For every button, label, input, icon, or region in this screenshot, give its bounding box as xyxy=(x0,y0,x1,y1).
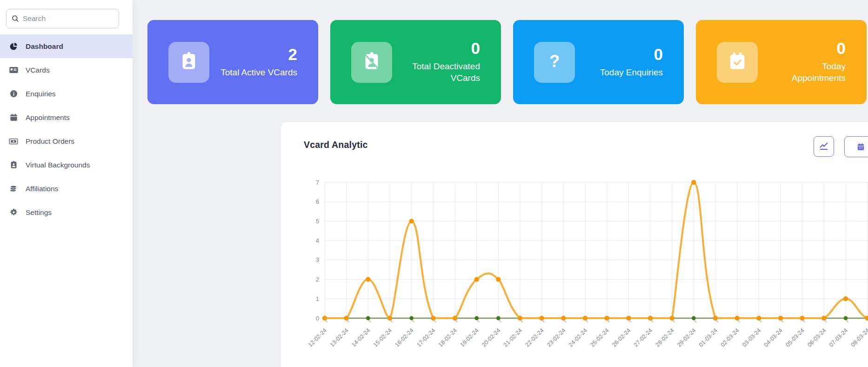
x-axis-label: 01-03-24 xyxy=(698,327,719,348)
x-axis-label: 02-03-24 xyxy=(720,327,741,348)
data-point-orange xyxy=(691,180,696,185)
stat-card-label: Today Appointments xyxy=(792,61,846,84)
analytics-panel: Vcard Analytic Feb 12, 202 xyxy=(280,122,868,367)
x-axis-label: 15-02-24 xyxy=(372,327,393,348)
data-point-orange xyxy=(539,316,544,320)
pie-chart-icon xyxy=(8,42,19,51)
id-card-icon xyxy=(8,65,19,75)
data-point-orange xyxy=(843,296,848,301)
x-axis-label: 12-02-24 xyxy=(307,327,328,348)
stat-card: 0Today Appointments xyxy=(696,20,867,104)
stat-card: 2Total Active VCards xyxy=(147,20,318,104)
x-axis-label: 04-03-24 xyxy=(763,327,784,348)
data-point-orange xyxy=(496,277,501,281)
data-point-orange xyxy=(431,316,435,320)
series-line-orange xyxy=(325,182,868,318)
sidebar-item-virtual-backgrounds[interactable]: Virtual Backgrounds xyxy=(0,153,133,177)
x-axis-label: 17-02-24 xyxy=(415,327,436,348)
stat-card: 0Total Deactivated VCards xyxy=(330,20,501,104)
data-point-orange xyxy=(474,277,479,281)
data-point-orange xyxy=(778,316,783,320)
info-circle-icon xyxy=(8,89,19,98)
calendar-icon xyxy=(856,142,865,151)
x-axis-label: 27-02-24 xyxy=(633,327,654,348)
y-axis-label: 3 xyxy=(316,256,319,263)
stat-card-value: 0 xyxy=(412,40,480,56)
data-point-orange xyxy=(821,316,826,320)
stat-card-value: 2 xyxy=(220,46,297,62)
stat-card-value: 0 xyxy=(792,40,846,56)
line-chart: 0123456712-02-2413-02-2414-02-2415-02-24… xyxy=(304,174,868,367)
data-point-green xyxy=(844,316,848,320)
stat-card-label: Today Enquiries xyxy=(600,67,663,79)
data-point-orange xyxy=(561,316,566,320)
sidebar: DashboardVCardsEnquiriesAppointmentsProd… xyxy=(0,0,133,367)
search-icon xyxy=(11,14,20,23)
stat-card-value: 0 xyxy=(600,46,663,62)
x-axis-label: 08-03-24 xyxy=(850,327,868,348)
y-axis-label: 2 xyxy=(316,276,319,283)
data-point-green xyxy=(496,316,501,320)
date-range-button[interactable]: Feb 12, 2024 - Mar 13, 2024 xyxy=(844,136,868,157)
data-point-orange xyxy=(669,316,674,320)
data-point-green xyxy=(474,316,479,320)
data-point-orange xyxy=(453,316,457,320)
coins-icon xyxy=(8,184,19,194)
data-point-orange xyxy=(344,316,348,320)
line-chart-icon xyxy=(818,141,829,152)
x-axis-label: 26-02-24 xyxy=(611,327,632,348)
data-point-orange xyxy=(713,316,718,320)
x-axis-label: 07-03-24 xyxy=(828,327,849,348)
sidebar-item-label: Virtual Backgrounds xyxy=(26,161,90,169)
sidebar-item-vcards[interactable]: VCards xyxy=(0,58,133,82)
sidebar-item-label: Dashboard xyxy=(26,42,63,51)
x-axis-label: 23-02-24 xyxy=(546,327,567,348)
data-point-orange xyxy=(583,316,588,320)
sidebar-item-label: Enquiries xyxy=(26,90,56,98)
x-axis-label: 05-03-24 xyxy=(785,327,806,348)
svg-text:?: ? xyxy=(549,52,560,71)
data-point-orange xyxy=(366,277,370,281)
sidebar-item-settings[interactable]: Settings xyxy=(0,200,133,224)
x-axis-label: 21-02-24 xyxy=(502,327,523,348)
calendar-check-icon xyxy=(727,51,748,74)
x-axis-label: 13-02-24 xyxy=(329,327,350,348)
y-axis-label: 5 xyxy=(316,218,319,225)
sidebar-item-product-orders[interactable]: Product Orders xyxy=(0,129,133,153)
id-badge-slash-icon xyxy=(361,51,382,74)
stat-card-label: Total Active VCards xyxy=(220,67,297,79)
data-point-orange xyxy=(626,316,631,320)
sidebar-item-affiliations[interactable]: Affiliations xyxy=(0,177,133,200)
chart-type-button[interactable] xyxy=(814,136,834,157)
sidebar-item-enquiries[interactable]: Enquiries xyxy=(0,82,133,106)
data-point-orange xyxy=(518,316,522,320)
data-point-orange xyxy=(409,219,414,223)
data-point-orange xyxy=(387,316,392,320)
x-axis-label: 19-02-24 xyxy=(459,327,480,348)
search-box[interactable] xyxy=(6,9,119,28)
x-axis-label: 18-02-24 xyxy=(437,327,458,348)
cash-icon xyxy=(8,136,19,147)
data-point-orange xyxy=(756,316,761,320)
stat-card-icon-tile: ? xyxy=(534,42,575,83)
sidebar-item-label: Settings xyxy=(26,208,52,217)
chart-svg: 0123456712-02-2413-02-2414-02-2415-02-24… xyxy=(304,174,868,367)
panel-title: Vcard Analytic xyxy=(304,140,368,150)
y-axis-label: 7 xyxy=(316,179,319,186)
x-axis-label: 25-02-24 xyxy=(589,327,610,348)
x-axis-label: 14-02-24 xyxy=(350,327,371,348)
sidebar-item-label: Product Orders xyxy=(26,137,74,146)
sidebar-item-appointments[interactable]: Appointments xyxy=(0,106,133,129)
gear-icon xyxy=(8,208,19,217)
y-axis-label: 1 xyxy=(316,295,319,302)
stat-card-icon-tile xyxy=(168,42,209,83)
stat-card-icon-tile xyxy=(351,42,392,83)
x-axis-label: 28-02-24 xyxy=(654,327,675,348)
y-axis-label: 0 xyxy=(316,315,319,322)
stat-card-label: Total Deactivated VCards xyxy=(412,61,480,84)
data-point-orange xyxy=(800,316,804,320)
search-input[interactable] xyxy=(23,14,114,23)
y-axis-label: 6 xyxy=(316,198,319,205)
sidebar-item-dashboard[interactable]: Dashboard xyxy=(0,34,133,58)
question-mark-icon: ? xyxy=(544,51,565,74)
